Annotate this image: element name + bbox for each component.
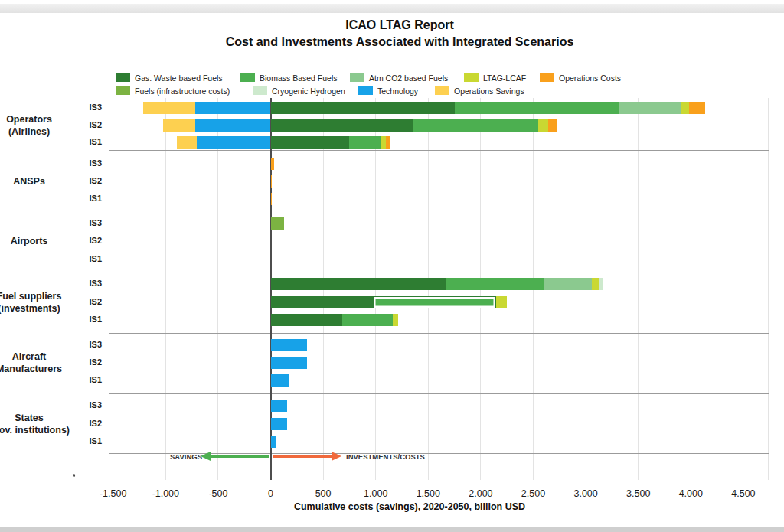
bar-segment-biomass	[373, 296, 496, 308]
group-separator	[109, 269, 769, 269]
gridline	[743, 98, 743, 480]
bar-segment-ops_savings	[143, 102, 194, 114]
bar-segment-ops_costs	[271, 193, 272, 205]
gridline	[165, 98, 166, 480]
row-label-is2: IS2	[71, 120, 102, 129]
bar-segment-gas_waste	[271, 102, 455, 114]
x-tick-label: 3.500	[612, 488, 665, 499]
row-label-is3: IS3	[71, 279, 102, 288]
bar-segment-lcaf	[496, 296, 507, 308]
x-tick-label: 1.000	[349, 488, 403, 499]
bar-segment-gas_waste	[271, 119, 413, 132]
bar-segment-biomass	[349, 136, 381, 149]
x-axis-title: Cumulative costs (savings), 2020-2050, b…	[142, 501, 678, 512]
bar-segment-biomass	[446, 278, 544, 290]
gridline	[638, 98, 639, 480]
window-bottom-strip	[0, 527, 784, 532]
bar-segment-lcaf	[393, 314, 398, 326]
bar-segment-biomass	[342, 314, 393, 326]
x-tick-label: 3.000	[559, 488, 612, 499]
legend-label: Operations Savings	[454, 86, 524, 96]
bar-segment-technology	[271, 418, 287, 430]
x-tick-label: 4.000	[664, 488, 717, 499]
row-label-is3: IS3	[71, 400, 102, 410]
row-label-is1: IS1	[71, 137, 102, 146]
bar-segment-technology	[197, 136, 270, 149]
legend-label: Fuels (infrastructure costs)	[135, 86, 230, 96]
group-separator	[109, 150, 769, 151]
row-label-is2: IS2	[71, 357, 102, 367]
legend-label: Biomass Based Fuels	[260, 73, 338, 83]
stray-mark	[73, 474, 76, 478]
legend-label: Gas. Waste based Fuels	[135, 73, 223, 83]
investments-arrow-label: INVESTMENTS/COSTS	[346, 452, 425, 461]
row-label-is1: IS1	[71, 375, 102, 384]
row-label-is3: IS3	[71, 340, 102, 349]
bar-segment-fuels_infra	[271, 217, 285, 230]
row-label-is1: IS1	[71, 436, 102, 446]
bar-segment-biomass	[455, 102, 619, 114]
savings-arrow-label: SAVINGS	[170, 452, 202, 461]
bar-segment-lcaf	[681, 102, 688, 114]
bar-segment-biomass	[413, 119, 539, 132]
bar-segment-gas_waste	[271, 278, 446, 290]
bar-segment-technology	[195, 119, 270, 132]
bar-segment-cryogenic	[599, 278, 603, 290]
x-tick-label: 0	[244, 488, 298, 499]
legend-swatch-ops_costs	[540, 73, 554, 82]
bar-segment-technology	[271, 436, 277, 448]
legend-label: Cryogenic Hydrogen	[272, 86, 345, 96]
bar-segment-lcaf	[538, 119, 548, 132]
x-tick-label: 2.000	[454, 488, 508, 499]
legend-label: Atm CO2 based Fuels	[369, 73, 448, 83]
row-label-is3: IS3	[71, 218, 102, 227]
x-tick-label: -1.000	[139, 488, 192, 499]
row-label-is3: IS3	[71, 158, 102, 168]
row-label-is2: IS2	[71, 176, 102, 185]
legend-swatch-fuels_infra	[116, 86, 130, 95]
bar-segment-lcaf	[592, 278, 598, 290]
investments-arrow-stem	[273, 455, 332, 458]
legend-swatch-atm_co2	[350, 73, 364, 82]
bar-segment-atm_co2	[544, 278, 592, 290]
bar-segment-ops_costs	[548, 119, 557, 132]
bar-segment-ops_costs	[689, 102, 706, 114]
x-tick-label: 1.500	[401, 488, 455, 499]
bar-segment-ops_savings	[177, 136, 198, 149]
bar-segment-gas_waste	[271, 296, 373, 308]
row-label-is1: IS1	[71, 254, 102, 263]
legend-swatch-biomass	[240, 73, 255, 82]
bar-segment-ops_costs	[271, 175, 273, 188]
investments-arrow-head	[332, 452, 341, 461]
row-label-is1: IS1	[71, 315, 102, 324]
group-separator	[109, 211, 769, 211]
gridline	[217, 98, 218, 480]
x-tick-label: 2.500	[507, 488, 560, 499]
group-separator	[109, 393, 769, 394]
row-label-is3: IS3	[71, 103, 102, 112]
bar-segment-technology	[271, 374, 290, 387]
legend-swatch-technology	[358, 86, 373, 95]
bar-segment-gas_waste	[271, 314, 343, 326]
plot-right-edge	[768, 98, 769, 480]
legend-swatch-ops_savings	[435, 86, 449, 95]
x-tick-label: 500	[296, 488, 350, 499]
legend-swatch-cryogenic	[253, 86, 267, 95]
group-separator	[109, 333, 769, 334]
chart-title: ICAO LTAG Report	[15, 18, 784, 32]
legend-label: Technology	[377, 86, 418, 96]
legend-swatch-lcaf	[464, 73, 479, 82]
legend-label: Operations Costs	[559, 73, 621, 83]
savings-arrow-stem	[210, 455, 270, 458]
legend-label: LTAG-LCAF	[483, 73, 526, 83]
bar-segment-ops_costs	[386, 136, 390, 149]
window-top-strip	[0, 4, 784, 13]
bar-segment-ops_costs	[271, 158, 274, 170]
bar-segment-technology	[271, 357, 307, 369]
gridline	[691, 98, 691, 480]
bar-segment-technology	[271, 400, 287, 412]
gridline	[113, 98, 113, 480]
row-label-is2: IS2	[71, 236, 102, 245]
bar-segment-technology	[195, 102, 271, 114]
bar-segment-gas_waste	[271, 136, 349, 149]
